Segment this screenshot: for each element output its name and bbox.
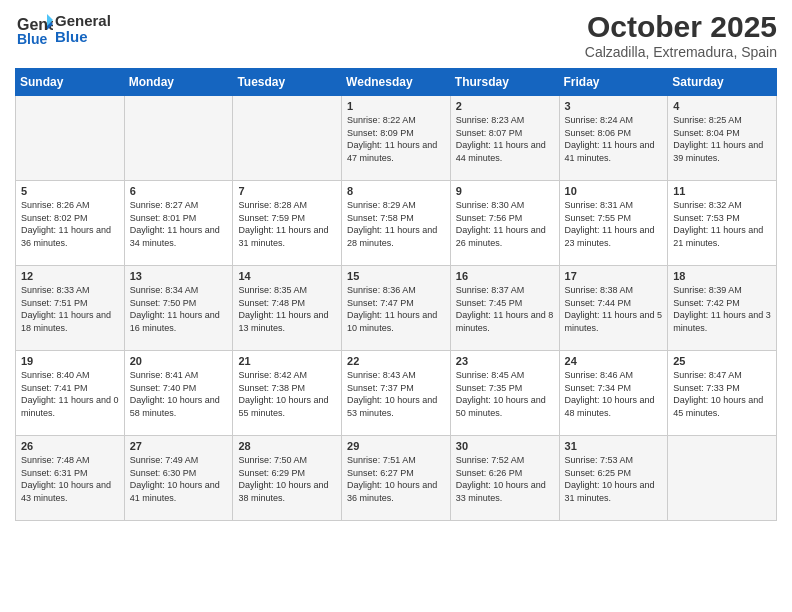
cell-info: Sunrise: 8:23 AM Sunset: 8:07 PM Dayligh…	[456, 114, 554, 164]
day-cell: 26Sunrise: 7:48 AM Sunset: 6:31 PM Dayli…	[16, 436, 125, 521]
cell-info: Sunrise: 8:39 AM Sunset: 7:42 PM Dayligh…	[673, 284, 771, 334]
day-cell: 12Sunrise: 8:33 AM Sunset: 7:51 PM Dayli…	[16, 266, 125, 351]
cell-info: Sunrise: 8:22 AM Sunset: 8:09 PM Dayligh…	[347, 114, 445, 164]
svg-text:Blue: Blue	[17, 31, 48, 47]
day-number: 28	[238, 440, 336, 452]
calendar-table: SundayMondayTuesdayWednesdayThursdayFrid…	[15, 68, 777, 521]
cell-info: Sunrise: 8:43 AM Sunset: 7:37 PM Dayligh…	[347, 369, 445, 419]
day-cell: 13Sunrise: 8:34 AM Sunset: 7:50 PM Dayli…	[124, 266, 233, 351]
day-number: 10	[565, 185, 663, 197]
cell-info: Sunrise: 8:26 AM Sunset: 8:02 PM Dayligh…	[21, 199, 119, 249]
day-number: 21	[238, 355, 336, 367]
header: General Blue General Blue October 2025 C…	[15, 10, 777, 60]
day-number: 4	[673, 100, 771, 112]
logo-icon: General Blue	[15, 10, 53, 48]
header-row: SundayMondayTuesdayWednesdayThursdayFrid…	[16, 69, 777, 96]
day-number: 9	[456, 185, 554, 197]
cell-info: Sunrise: 7:48 AM Sunset: 6:31 PM Dayligh…	[21, 454, 119, 504]
day-number: 3	[565, 100, 663, 112]
day-cell: 27Sunrise: 7:49 AM Sunset: 6:30 PM Dayli…	[124, 436, 233, 521]
day-cell: 21Sunrise: 8:42 AM Sunset: 7:38 PM Dayli…	[233, 351, 342, 436]
day-number: 7	[238, 185, 336, 197]
month-title: October 2025	[585, 10, 777, 44]
location-subtitle: Calzadilla, Extremadura, Spain	[585, 44, 777, 60]
logo: General Blue General Blue	[15, 10, 111, 48]
day-cell: 15Sunrise: 8:36 AM Sunset: 7:47 PM Dayli…	[342, 266, 451, 351]
day-number: 6	[130, 185, 228, 197]
col-header-friday: Friday	[559, 69, 668, 96]
cell-info: Sunrise: 8:33 AM Sunset: 7:51 PM Dayligh…	[21, 284, 119, 334]
cell-info: Sunrise: 8:32 AM Sunset: 7:53 PM Dayligh…	[673, 199, 771, 249]
cell-info: Sunrise: 8:27 AM Sunset: 8:01 PM Dayligh…	[130, 199, 228, 249]
day-cell: 3Sunrise: 8:24 AM Sunset: 8:06 PM Daylig…	[559, 96, 668, 181]
day-cell: 28Sunrise: 7:50 AM Sunset: 6:29 PM Dayli…	[233, 436, 342, 521]
cell-info: Sunrise: 7:53 AM Sunset: 6:25 PM Dayligh…	[565, 454, 663, 504]
day-cell	[233, 96, 342, 181]
day-cell: 11Sunrise: 8:32 AM Sunset: 7:53 PM Dayli…	[668, 181, 777, 266]
day-cell: 8Sunrise: 8:29 AM Sunset: 7:58 PM Daylig…	[342, 181, 451, 266]
day-cell: 1Sunrise: 8:22 AM Sunset: 8:09 PM Daylig…	[342, 96, 451, 181]
cell-info: Sunrise: 8:42 AM Sunset: 7:38 PM Dayligh…	[238, 369, 336, 419]
day-number: 12	[21, 270, 119, 282]
logo-blue: Blue	[55, 29, 111, 46]
cell-info: Sunrise: 7:52 AM Sunset: 6:26 PM Dayligh…	[456, 454, 554, 504]
day-cell: 25Sunrise: 8:47 AM Sunset: 7:33 PM Dayli…	[668, 351, 777, 436]
cell-info: Sunrise: 8:36 AM Sunset: 7:47 PM Dayligh…	[347, 284, 445, 334]
day-cell: 16Sunrise: 8:37 AM Sunset: 7:45 PM Dayli…	[450, 266, 559, 351]
day-cell	[668, 436, 777, 521]
cell-info: Sunrise: 8:28 AM Sunset: 7:59 PM Dayligh…	[238, 199, 336, 249]
day-cell: 6Sunrise: 8:27 AM Sunset: 8:01 PM Daylig…	[124, 181, 233, 266]
day-number: 14	[238, 270, 336, 282]
day-number: 16	[456, 270, 554, 282]
day-cell	[16, 96, 125, 181]
title-block: October 2025 Calzadilla, Extremadura, Sp…	[585, 10, 777, 60]
day-number: 30	[456, 440, 554, 452]
day-cell: 30Sunrise: 7:52 AM Sunset: 6:26 PM Dayli…	[450, 436, 559, 521]
day-cell: 22Sunrise: 8:43 AM Sunset: 7:37 PM Dayli…	[342, 351, 451, 436]
day-cell: 24Sunrise: 8:46 AM Sunset: 7:34 PM Dayli…	[559, 351, 668, 436]
day-cell: 9Sunrise: 8:30 AM Sunset: 7:56 PM Daylig…	[450, 181, 559, 266]
day-cell: 7Sunrise: 8:28 AM Sunset: 7:59 PM Daylig…	[233, 181, 342, 266]
day-cell: 4Sunrise: 8:25 AM Sunset: 8:04 PM Daylig…	[668, 96, 777, 181]
cell-info: Sunrise: 8:25 AM Sunset: 8:04 PM Dayligh…	[673, 114, 771, 164]
week-row-2: 5Sunrise: 8:26 AM Sunset: 8:02 PM Daylig…	[16, 181, 777, 266]
day-cell: 14Sunrise: 8:35 AM Sunset: 7:48 PM Dayli…	[233, 266, 342, 351]
cell-info: Sunrise: 8:30 AM Sunset: 7:56 PM Dayligh…	[456, 199, 554, 249]
cell-info: Sunrise: 8:47 AM Sunset: 7:33 PM Dayligh…	[673, 369, 771, 419]
day-cell: 31Sunrise: 7:53 AM Sunset: 6:25 PM Dayli…	[559, 436, 668, 521]
day-number: 5	[21, 185, 119, 197]
col-header-tuesday: Tuesday	[233, 69, 342, 96]
page-container: General Blue General Blue October 2025 C…	[0, 0, 792, 612]
day-cell: 19Sunrise: 8:40 AM Sunset: 7:41 PM Dayli…	[16, 351, 125, 436]
day-number: 25	[673, 355, 771, 367]
week-row-5: 26Sunrise: 7:48 AM Sunset: 6:31 PM Dayli…	[16, 436, 777, 521]
day-number: 27	[130, 440, 228, 452]
day-number: 15	[347, 270, 445, 282]
cell-info: Sunrise: 8:24 AM Sunset: 8:06 PM Dayligh…	[565, 114, 663, 164]
col-header-wednesday: Wednesday	[342, 69, 451, 96]
day-number: 18	[673, 270, 771, 282]
cell-info: Sunrise: 8:31 AM Sunset: 7:55 PM Dayligh…	[565, 199, 663, 249]
col-header-monday: Monday	[124, 69, 233, 96]
week-row-1: 1Sunrise: 8:22 AM Sunset: 8:09 PM Daylig…	[16, 96, 777, 181]
day-cell: 23Sunrise: 8:45 AM Sunset: 7:35 PM Dayli…	[450, 351, 559, 436]
day-cell: 29Sunrise: 7:51 AM Sunset: 6:27 PM Dayli…	[342, 436, 451, 521]
day-cell	[124, 96, 233, 181]
day-cell: 20Sunrise: 8:41 AM Sunset: 7:40 PM Dayli…	[124, 351, 233, 436]
cell-info: Sunrise: 8:38 AM Sunset: 7:44 PM Dayligh…	[565, 284, 663, 334]
week-row-4: 19Sunrise: 8:40 AM Sunset: 7:41 PM Dayli…	[16, 351, 777, 436]
day-cell: 2Sunrise: 8:23 AM Sunset: 8:07 PM Daylig…	[450, 96, 559, 181]
day-cell: 17Sunrise: 8:38 AM Sunset: 7:44 PM Dayli…	[559, 266, 668, 351]
col-header-sunday: Sunday	[16, 69, 125, 96]
day-number: 1	[347, 100, 445, 112]
day-number: 17	[565, 270, 663, 282]
day-number: 11	[673, 185, 771, 197]
cell-info: Sunrise: 8:35 AM Sunset: 7:48 PM Dayligh…	[238, 284, 336, 334]
cell-info: Sunrise: 7:50 AM Sunset: 6:29 PM Dayligh…	[238, 454, 336, 504]
cell-info: Sunrise: 8:45 AM Sunset: 7:35 PM Dayligh…	[456, 369, 554, 419]
day-number: 31	[565, 440, 663, 452]
cell-info: Sunrise: 8:40 AM Sunset: 7:41 PM Dayligh…	[21, 369, 119, 419]
day-number: 19	[21, 355, 119, 367]
col-header-saturday: Saturday	[668, 69, 777, 96]
cell-info: Sunrise: 8:34 AM Sunset: 7:50 PM Dayligh…	[130, 284, 228, 334]
